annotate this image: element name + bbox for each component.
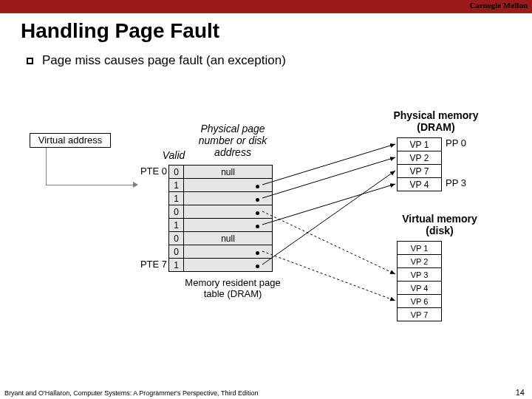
vm-cell: VP 7 — [398, 308, 442, 321]
pointer-line — [46, 148, 47, 185]
dot-icon — [256, 185, 259, 188]
phys-mem-table: VP 1VP 2VP 7VP 4 — [397, 137, 442, 191]
addr-col-label: Physical page number or disk address — [188, 123, 277, 158]
pm-cell: VP 7 — [398, 165, 442, 178]
diagram-stage: Virtual address Valid Physical page numb… — [0, 96, 532, 362]
pte-addr: null — [184, 232, 273, 245]
svg-line-2 — [262, 184, 395, 225]
page-number: 14 — [516, 388, 525, 397]
pm-cell: VP 4 — [398, 178, 442, 191]
virt-mem-table: VP 1VP 2VP 3VP 4VP 6VP 7 — [397, 241, 442, 321]
dot-icon — [256, 225, 259, 228]
svg-line-0 — [262, 144, 395, 185]
vm-cell: VP 1 — [398, 242, 442, 255]
pte-valid: 0 — [169, 166, 184, 179]
pointer-line — [46, 185, 134, 185]
pte-addr: null — [184, 166, 273, 179]
pte-valid: 1 — [169, 179, 184, 192]
footer-citation: Bryant and O'Hallaron, Computer Systems:… — [4, 389, 258, 397]
valid-col-label: Valid — [159, 149, 188, 161]
svg-line-4 — [262, 211, 395, 274]
vm-cell: VP 6 — [398, 295, 442, 308]
bullet-marker — [27, 58, 33, 64]
pm-cell: VP 1 — [398, 138, 442, 151]
dot-icon — [256, 198, 259, 202]
pte-valid: 1 — [169, 219, 184, 232]
pte7-label: PTE 7 — [137, 259, 167, 270]
dot-icon — [256, 251, 259, 255]
pte-valid: 0 — [169, 232, 184, 245]
mem-resident-label: Memory resident page table (DRAM) — [185, 277, 281, 299]
org-label: Carnegie Mellon — [469, 1, 528, 10]
pte-addr — [184, 205, 273, 219]
dot-icon — [256, 211, 259, 215]
virtual-address-box: Virtual address — [30, 133, 111, 148]
slide-title: Handling Page Fault — [21, 19, 532, 43]
header-bar: Carnegie Mellon — [0, 0, 532, 13]
pte0-label: PTE 0 — [137, 166, 167, 177]
vm-cell: VP 4 — [398, 282, 442, 295]
pte-valid: 0 — [169, 205, 184, 219]
pte-addr — [184, 192, 273, 205]
pp0-label: PP 0 — [446, 137, 466, 149]
pte-addr — [184, 245, 273, 259]
vm-cell: VP 3 — [398, 268, 442, 282]
pte-valid: 1 — [169, 259, 184, 272]
dot-icon — [256, 265, 259, 268]
pp3-label: PP 3 — [446, 177, 466, 188]
bullet-item: Page miss causes page fault (an exceptio… — [27, 53, 532, 68]
pte-addr — [184, 259, 273, 272]
pm-cell: VP 2 — [398, 151, 442, 165]
page-table: 0null11010null01 — [168, 165, 273, 272]
svg-line-5 — [262, 251, 395, 301]
svg-line-3 — [262, 171, 395, 265]
pte-addr — [184, 219, 273, 232]
bullet-text: Page miss causes page fault (an exceptio… — [42, 53, 286, 68]
virt-mem-label: Virtual memory (disk) — [392, 213, 488, 236]
phys-mem-label: Physical memory (DRAM) — [384, 109, 488, 133]
pte-addr — [184, 179, 273, 192]
pte-valid: 1 — [169, 192, 184, 205]
vm-cell: VP 2 — [398, 255, 442, 268]
pte-valid: 0 — [169, 245, 184, 259]
svg-line-1 — [262, 157, 395, 198]
arrow-icon — [133, 182, 138, 188]
